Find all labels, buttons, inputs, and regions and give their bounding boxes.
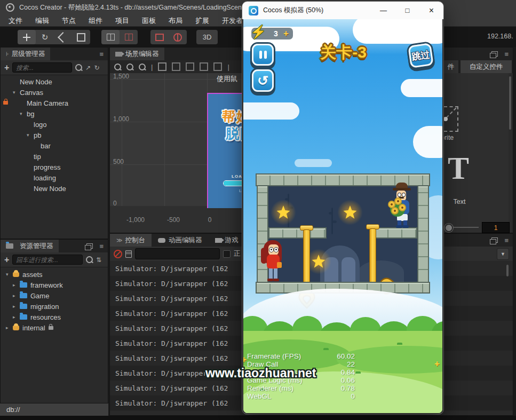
panel-menu-icon[interactable]: ≡ xyxy=(99,242,104,250)
tree-item[interactable]: ▸migration xyxy=(1,301,108,312)
menu-item[interactable]: 面板 xyxy=(136,15,162,27)
tree-item[interactable]: logo xyxy=(1,119,108,130)
widget-zoom-slider-knob[interactable] xyxy=(444,224,453,232)
assets-search-input[interactable] xyxy=(12,255,83,265)
scale-tool-button[interactable] xyxy=(54,30,72,44)
menu-item[interactable]: 项目 xyxy=(109,15,136,27)
folder-icon xyxy=(20,293,27,298)
zoom-out-icon[interactable] xyxy=(126,64,133,70)
text-widget-icon[interactable]: T xyxy=(448,152,469,184)
maximize-button[interactable]: □ xyxy=(395,2,419,19)
tree-item[interactable]: ▸Game xyxy=(1,290,108,301)
rotate-tool-button[interactable]: ↻ xyxy=(36,30,54,44)
close-button[interactable]: × xyxy=(419,2,443,19)
menu-item[interactable]: 编辑 xyxy=(29,15,55,27)
refresh-icon[interactable]: ↻ xyxy=(94,64,99,72)
rect-tool-button[interactable] xyxy=(72,30,90,44)
tree-item[interactable]: loading xyxy=(1,172,108,183)
tree-item[interactable]: progress xyxy=(1,162,108,172)
expand-arrow-icon[interactable]: ▸ xyxy=(13,304,20,309)
door-panel xyxy=(342,257,355,282)
hierarchy-tab[interactable]: ⊦ 层级管理器 xyxy=(1,47,50,60)
expand-arrow-icon[interactable]: ▸ xyxy=(13,282,20,288)
console-tab-1[interactable]: ≫控制台 xyxy=(110,234,152,247)
move-tool-button[interactable] xyxy=(18,30,36,44)
tree-item[interactable]: ▾Canvas xyxy=(1,87,108,98)
menu-item[interactable]: 布局 xyxy=(162,15,189,27)
zoom-in-icon[interactable] xyxy=(114,64,121,70)
tree-item[interactable]: ▸resources xyxy=(1,312,108,322)
expand-arrow-icon[interactable]: ▾ xyxy=(6,272,13,277)
tree-item[interactable]: Main Camera xyxy=(1,98,108,108)
stat-label: WebGL xyxy=(247,392,272,400)
console-scrollbar[interactable] xyxy=(506,265,509,276)
world-gizmo-button[interactable] xyxy=(169,30,187,44)
expand-arrow-icon[interactable]: ▾ xyxy=(27,132,34,138)
hierarchy-search-input[interactable] xyxy=(12,62,72,73)
expand-arrow-icon[interactable]: ▸ xyxy=(13,293,20,298)
add-asset-button[interactable]: + xyxy=(4,256,9,264)
collapse-log-icon[interactable] xyxy=(125,250,132,258)
search-icon[interactable] xyxy=(86,256,93,263)
expand-arrow-icon[interactable]: ▾ xyxy=(13,90,20,95)
panel-menu-icon[interactable]: ≡ xyxy=(99,50,104,58)
preview-ip-address: 192.168. xyxy=(487,33,513,40)
align-left-icon[interactable] xyxy=(158,62,166,71)
game-viewport[interactable]: ⚡ 3 + ↺ 关卡-3 跳过 xyxy=(243,19,442,413)
align-bottom-icon[interactable] xyxy=(213,62,222,71)
pivot-button[interactable] xyxy=(101,30,120,44)
align-center-icon[interactable] xyxy=(172,62,180,71)
tree-item[interactable]: ▸internal xyxy=(1,322,108,333)
widget-zoom-value-input[interactable] xyxy=(482,222,510,233)
console-tab-3[interactable]: 游戏 xyxy=(209,234,245,247)
anchor-button[interactable] xyxy=(120,30,138,44)
tree-item[interactable]: New Node xyxy=(1,183,108,194)
panel-menu-icon[interactable]: ≡ xyxy=(504,236,509,244)
log-level-dropdown[interactable]: ▼ xyxy=(497,248,509,260)
menu-item[interactable]: 扩展 xyxy=(189,15,216,27)
menu-item[interactable]: 文件 xyxy=(2,15,29,27)
expand-arrow-icon[interactable]: ▾ xyxy=(20,111,27,116)
local-gizmo-button[interactable] xyxy=(150,30,169,44)
widget-scrollbar[interactable] xyxy=(509,76,511,130)
add-energy-button[interactable]: + xyxy=(283,28,289,39)
skip-button[interactable]: 跳过 xyxy=(408,43,433,68)
panel-menu-icon[interactable]: ≡ xyxy=(504,50,509,58)
add-node-button[interactable]: + xyxy=(4,64,9,72)
tree-item[interactable]: ▸framework xyxy=(1,280,108,290)
menu-item[interactable]: 节点 xyxy=(55,15,82,27)
align-right-icon[interactable] xyxy=(186,62,194,71)
tree-item[interactable]: ▾pb xyxy=(1,130,108,140)
assets-tab[interactable]: 资源管理器 xyxy=(1,240,59,252)
restart-button[interactable]: ↺ xyxy=(252,69,274,92)
tree-item[interactable]: bar xyxy=(1,140,108,151)
tree-item[interactable]: ▾bg xyxy=(1,108,108,119)
float-panel-icon[interactable] xyxy=(491,237,498,243)
regex-checkbox[interactable] xyxy=(223,250,231,258)
pause-button[interactable] xyxy=(252,44,274,66)
scene-editor-tab[interactable]: 场景编辑器 xyxy=(110,47,164,60)
vertical-pin-right[interactable] xyxy=(369,228,376,288)
widget-tab-custom[interactable]: 自定义控件 xyxy=(461,60,512,73)
menu-item[interactable]: 组件 xyxy=(82,15,109,27)
clear-console-icon[interactable] xyxy=(114,250,122,258)
zoom-reset-icon[interactable] xyxy=(139,64,146,70)
console-filter-input[interactable] xyxy=(135,248,220,259)
console-tab-2[interactable]: 动画编辑器 xyxy=(152,234,209,247)
tree-item[interactable]: ▾assets xyxy=(1,269,108,280)
tree-item[interactable]: tip xyxy=(1,151,108,162)
tree-item[interactable]: New Node xyxy=(1,76,108,87)
locate-icon[interactable]: ↗ xyxy=(85,64,91,72)
search-icon[interactable] xyxy=(75,64,82,71)
simulator-title-bar[interactable]: Cocos 模拟器 (50%) — □ × xyxy=(242,2,443,19)
toggle-3d-button[interactable]: 3D xyxy=(196,30,218,44)
anchor-icon xyxy=(125,34,133,41)
tree-item-label: Canvas xyxy=(20,89,43,97)
expand-arrow-icon[interactable]: ▸ xyxy=(13,314,20,320)
expand-arrow-icon[interactable]: ▸ xyxy=(6,325,13,330)
float-panel-icon[interactable] xyxy=(491,51,498,57)
float-panel-icon[interactable] xyxy=(86,243,93,249)
align-top-icon[interactable] xyxy=(200,62,208,71)
minimize-button[interactable]: — xyxy=(371,2,395,19)
sort-icon[interactable]: ⇅ xyxy=(96,256,101,264)
